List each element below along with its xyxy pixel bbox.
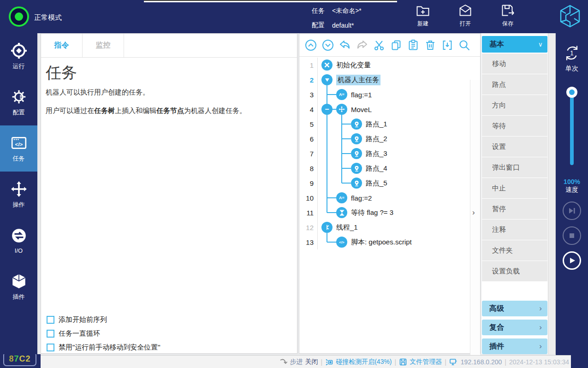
cut-icon[interactable] (373, 39, 385, 51)
command-group-button[interactable]: 复合 › (482, 320, 547, 335)
file-info: 任务 <未命名>* 配置 default* (312, 5, 362, 34)
waypoint-icon (351, 133, 362, 144)
speed-slider-knob[interactable] (566, 87, 577, 98)
command-item[interactable]: 中止 (482, 178, 547, 198)
panel-expander[interactable]: › (470, 80, 480, 368)
waypoint-icon (351, 163, 362, 174)
tree-node-row[interactable]: 1 初始化变量 (299, 58, 480, 72)
top-action-button[interactable]: 新建 (410, 4, 435, 28)
chevron-right-icon: › (539, 323, 542, 332)
tree-connector (342, 183, 351, 184)
node-label: 初始化变量 (336, 61, 371, 70)
sidebar-item[interactable]: I/O (0, 218, 37, 264)
cycle-count: 1 (563, 44, 581, 62)
undo-icon[interactable] (339, 39, 351, 51)
node-label: 线程_1 (336, 223, 358, 232)
command-group-button[interactable]: 插件 › (482, 338, 547, 354)
robot-status-light (9, 6, 29, 27)
operate-icon (11, 181, 27, 197)
search-icon[interactable] (458, 39, 470, 51)
command-category-header[interactable]: 基本 ∨ (482, 36, 547, 53)
chevron-down-icon: ∨ (538, 41, 543, 48)
tree-connector (327, 197, 336, 198)
command-item[interactable]: 设置负载 (482, 261, 547, 281)
waypoint-icon (351, 178, 362, 189)
left-sidebar: 运行 配置 </> 任务 操作 I/O 插件 (0, 33, 37, 354)
task-tree-panel: − 1 初始化变量 2 机器人主任务 (299, 33, 481, 354)
command-item[interactable]: 注释 (482, 220, 547, 240)
insert-icon[interactable] (441, 39, 453, 51)
checkbox-row: 添加开始前序列 (47, 313, 160, 326)
config-icon (11, 89, 27, 105)
save-file-icon (501, 4, 515, 18)
scrollbar-track[interactable] (548, 33, 556, 354)
tree-connector (327, 212, 336, 213)
top-action-button[interactable]: 打开 (453, 4, 478, 28)
move-top-icon[interactable] (305, 39, 317, 51)
stop-button[interactable] (563, 226, 581, 245)
config-file-label: 配置 (312, 21, 332, 30)
sidebar-item[interactable]: 插件 (0, 264, 37, 310)
speed-percent: 100% (556, 178, 588, 185)
command-group-button[interactable]: 高级 › (482, 301, 547, 316)
collapse-node-button[interactable]: − (321, 104, 333, 115)
redo-icon[interactable] (356, 39, 368, 51)
robot-ip: 192.168.0.200 (461, 358, 502, 366)
command-item[interactable]: 文件夹 (482, 240, 547, 261)
step-mode-label[interactable]: 步进 (290, 358, 303, 366)
window-artifact-strip (144, 0, 397, 2)
sidebar-item[interactable]: 配置 (0, 79, 37, 125)
play-button[interactable] (563, 251, 581, 270)
top-action-button[interactable]: 保存 (495, 4, 520, 28)
node-label: 机器人主任务 (336, 75, 380, 85)
command-item[interactable]: 弹出窗口 (482, 157, 547, 178)
chevron-right-icon: › (539, 342, 542, 351)
file-manager[interactable]: 文件管理器 (399, 358, 442, 366)
move-bottom-icon[interactable] (322, 39, 334, 51)
tree-node-row[interactable]: 12 线程_1 (299, 220, 480, 235)
delete-icon[interactable] (424, 39, 436, 51)
speed-label: 速度 (556, 186, 588, 194)
command-item[interactable]: 暂停 (482, 199, 547, 219)
node-label: 脚本: getpoes.script (351, 238, 412, 247)
line-number: 7 (299, 146, 318, 161)
network-icon (449, 358, 460, 366)
speed-slider-track[interactable] (570, 89, 574, 165)
sidebar-item[interactable]: 运行 (0, 33, 37, 79)
checkbox[interactable] (47, 330, 54, 338)
corner-block (571, 355, 588, 368)
plugin-icon (11, 273, 27, 290)
tab-monitor[interactable]: 监控 (83, 34, 124, 57)
command-item[interactable]: 设置 (482, 137, 547, 157)
node-label: 路点_5 (366, 179, 387, 188)
node-label: flag:=2 (351, 194, 372, 202)
checkbox-row: 任务一直循环 (47, 326, 160, 340)
tree-node-row[interactable]: 2 机器人主任务 (299, 72, 480, 87)
move-icon (336, 104, 347, 115)
chevron-right-icon[interactable]: › (472, 208, 475, 217)
checkbox[interactable] (47, 344, 54, 351)
datetime: 2024-12-13 15:03:34 (509, 358, 569, 366)
collision-icon (325, 358, 333, 366)
tab-instruction[interactable]: 指令 (41, 34, 83, 57)
checkbox[interactable] (47, 316, 54, 324)
init-var-icon (321, 59, 333, 71)
waypoint-icon (351, 148, 362, 159)
node-label: MoveL (351, 106, 372, 113)
task-options: 添加开始前序列 任务一直循环 禁用"运行前手动移动到安全位置" (47, 313, 160, 354)
tree-connector (342, 168, 351, 169)
brand-logo-icon (559, 5, 581, 28)
sidebar-item[interactable]: 操作 (0, 172, 37, 218)
paste-icon[interactable] (407, 39, 419, 51)
copy-icon[interactable] (390, 39, 402, 51)
command-item[interactable]: 方向 (482, 95, 547, 115)
chevron-right-icon: › (539, 304, 542, 313)
tree-connector (327, 94, 336, 95)
collision-status[interactable]: 碰撞检测开启(43%) (325, 358, 392, 366)
run-icon (11, 42, 27, 59)
sidebar-item[interactable]: </> 任务 (0, 125, 37, 172)
step-forward-button[interactable] (563, 202, 581, 220)
command-item[interactable]: 等待 (482, 116, 547, 136)
command-item[interactable]: 移动 (482, 53, 547, 74)
command-item[interactable]: 路点 (482, 74, 547, 95)
